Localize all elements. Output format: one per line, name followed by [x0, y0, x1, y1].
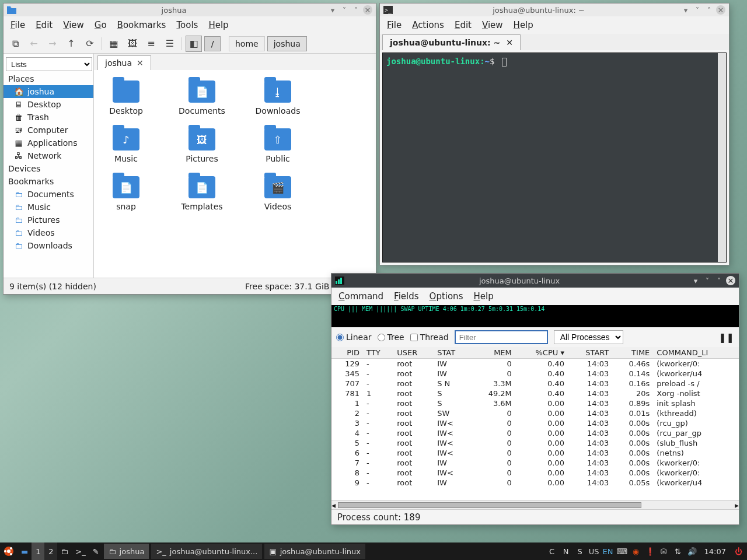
folder-music[interactable]: ♪Music [100, 128, 152, 163]
fm-menu-edit[interactable]: Edit [36, 20, 53, 30]
tab-close-icon[interactable]: ✕ [137, 58, 144, 68]
workspace-2[interactable]: 2 [44, 542, 57, 560]
view-grid-icon[interactable]: ▦ [106, 36, 122, 52]
reload-icon[interactable]: ⟳ [82, 36, 98, 52]
fm-menu-go[interactable]: Go [95, 20, 107, 30]
close-icon[interactable]: ✕ [363, 5, 372, 15]
place-applications[interactable]: ▦Applications [4, 136, 93, 149]
place-desktop[interactable]: 🖥Desktop [4, 98, 93, 111]
col-start[interactable]: START [568, 347, 612, 359]
workspace-1[interactable]: 1 [32, 542, 44, 560]
term-body[interactable]: joshua@ubuntu-linux:~$ [382, 52, 727, 262]
folder-documents[interactable]: 📄Documents [176, 80, 228, 116]
folder-templates[interactable]: 📄Templates [176, 176, 228, 211]
notify-icon[interactable]: ❗ [645, 546, 655, 556]
launcher-term-icon[interactable]: >_ [72, 542, 89, 560]
maximize-down-icon[interactable]: ˅ [693, 5, 702, 15]
fm-menu-help[interactable]: Help [208, 20, 228, 30]
volume-icon[interactable]: 🔊 [687, 546, 697, 556]
proc-titlebar[interactable]: joshua@ubuntu-linux ▾ ˅ ˄ ✕ [331, 274, 739, 288]
col-commandli[interactable]: COMMAND_LI [653, 347, 739, 359]
side-mode-select[interactable]: Lists [6, 57, 92, 71]
fm-menu-tools[interactable]: Tools [176, 20, 198, 30]
process-row[interactable]: 4-rootIW<00.0014:030.00s(rcu_par_gp [331, 428, 739, 438]
minimize-icon[interactable]: ▾ [328, 5, 337, 15]
task-2[interactable]: ▣joshua@ubuntu-linux [264, 544, 365, 559]
folder-desktop[interactable]: Desktop [100, 80, 152, 116]
mode-tree[interactable]: Tree [378, 332, 404, 342]
process-row[interactable]: 3-rootIW<00.0014:030.00s(rcu_gp) [331, 418, 739, 428]
minimize-icon[interactable]: ▾ [681, 5, 690, 15]
path-seg-user[interactable]: joshua [267, 36, 307, 51]
task-0[interactable]: 🗀joshua [104, 544, 149, 559]
process-row[interactable]: 345-rootIW00.4014:030.14s(kworker/u4 [331, 369, 739, 379]
minimize-icon[interactable]: ▾ [691, 276, 700, 285]
view-list-icon[interactable]: ≡ [143, 36, 159, 52]
filter-input[interactable] [455, 330, 548, 344]
term-menu-edit[interactable]: Edit [455, 20, 472, 30]
term-menu-view[interactable]: View [482, 20, 503, 30]
mode-linear[interactable]: Linear [336, 332, 372, 342]
proc-menu-options[interactable]: Options [430, 291, 463, 302]
clock[interactable]: 14:07 [701, 547, 729, 556]
fm-menu-bookmarks[interactable]: Bookmarks [117, 20, 166, 30]
proc-menu-fields[interactable]: Fields [394, 291, 418, 302]
process-row[interactable]: 7811rootS49.2M0.4014:0320sXorg -nolist [331, 388, 739, 398]
proc-menu-command[interactable]: Command [338, 291, 383, 302]
view-compact-icon[interactable]: ☰ [162, 36, 178, 52]
launcher-editor-icon[interactable]: ✎ [89, 542, 103, 560]
col-tty[interactable]: TTY [363, 347, 393, 359]
col-user[interactable]: USER [393, 347, 434, 359]
mode-thread[interactable]: Thread [410, 332, 449, 342]
fm-icon-area[interactable]: Desktop📄Documents⭳Downloads♪Music🖼Pictur… [94, 70, 376, 278]
maximize-up-icon[interactable]: ˄ [351, 5, 361, 15]
term-menu-actions[interactable]: Actions [412, 20, 444, 30]
place-computer[interactable]: 🖳Computer [4, 124, 93, 136]
show-desktop-icon[interactable]: ▬ [18, 542, 32, 560]
process-row[interactable]: 1-rootS3.6M0.0014:030.89sinit splash [331, 398, 739, 408]
maximize-up-icon[interactable]: ˄ [704, 5, 714, 15]
col-stat[interactable]: STAT [434, 347, 470, 359]
close-icon[interactable]: ✕ [716, 5, 725, 15]
place-trash[interactable]: 🗑Trash [4, 111, 93, 124]
term-tab[interactable]: joshua@ubuntu-linux: ~ ✕ [382, 34, 521, 50]
process-row[interactable]: 5-rootIW<00.0014:030.00s(slub_flush [331, 438, 739, 448]
up-icon[interactable]: ↑ [63, 36, 79, 52]
process-row[interactable]: 9-rootIW00.0014:030.05s(kworker/u4 [331, 478, 739, 488]
process-row[interactable]: 707-rootS N3.3M0.4014:030.16spreload -s … [331, 379, 739, 388]
ind-s[interactable]: S [575, 546, 585, 556]
update-icon[interactable]: ◉ [631, 546, 641, 556]
proc-table[interactable]: PIDTTYUSERSTATMEM%CPU ▾STARTTIMECOMMAND_… [331, 347, 739, 500]
col-time[interactable]: TIME [612, 347, 653, 359]
folder-pictures[interactable]: 🖼Pictures [176, 128, 228, 163]
path-toggle-icon[interactable]: ◧ [186, 36, 202, 52]
maximize-down-icon[interactable]: ˅ [703, 276, 712, 285]
fm-menu-view[interactable]: View [63, 20, 84, 30]
process-row[interactable]: 8-rootIW<00.0014:030.00s(kworker/0: [331, 468, 739, 478]
scope-select[interactable]: All Processes [554, 330, 623, 344]
folder-snap[interactable]: 📄snap [100, 176, 152, 211]
new-tab-icon[interactable]: ⧉ [7, 36, 23, 52]
proc-hscrollbar[interactable]: ◂▸ [331, 500, 739, 509]
col-mem[interactable]: MEM [470, 347, 515, 359]
process-row[interactable]: 2-rootSW00.0014:030.01s(kthreadd) [331, 408, 739, 418]
bookmark-downloads[interactable]: 🗀Downloads [4, 239, 93, 252]
col-pid[interactable]: PID [331, 347, 363, 359]
launcher-files-icon[interactable]: 🗀 [57, 542, 72, 560]
kb-layout[interactable]: US [589, 546, 599, 556]
process-row[interactable]: 129-rootIW00.4014:030.46s(kworker/0: [331, 359, 739, 369]
fm-tab[interactable]: joshua ✕ [97, 55, 151, 70]
term-menu-help[interactable]: Help [514, 20, 533, 30]
path-seg-home[interactable]: home [229, 36, 265, 51]
process-row[interactable]: 6-rootIW<00.0014:030.00s(netns) [331, 448, 739, 458]
maximize-up-icon[interactable]: ˄ [714, 276, 724, 285]
power-icon[interactable]: ⏻ [733, 546, 743, 556]
tab-close-icon[interactable]: ✕ [506, 38, 513, 47]
place-network[interactable]: 🖧Network [4, 149, 93, 162]
maximize-down-icon[interactable]: ˅ [340, 5, 349, 15]
folder-videos[interactable]: 🎬Videos [252, 176, 304, 211]
disk-icon[interactable]: ⛁ [659, 546, 669, 556]
back-icon[interactable]: ← [26, 36, 42, 52]
term-scrollbar[interactable] [718, 53, 726, 262]
process-row[interactable]: 7-rootIW00.0014:030.00s(kworker/0: [331, 458, 739, 468]
